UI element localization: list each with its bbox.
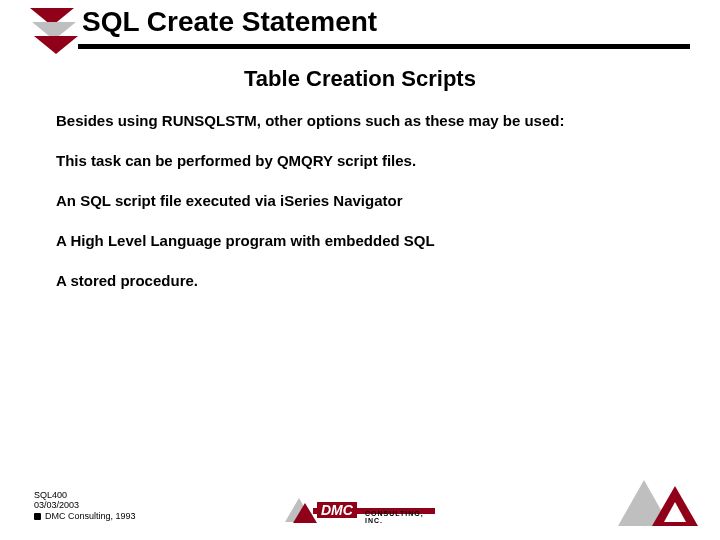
paragraph: Besides using RUNSQLSTM, other options s… bbox=[56, 112, 660, 130]
paragraph: A stored procedure. bbox=[56, 272, 660, 290]
footer-meta: SQL400 03/03/2003 DMC Consulting, 1993 bbox=[34, 490, 136, 522]
logo-text: DMC bbox=[317, 502, 357, 518]
content-body: Besides using RUNSQLSTM, other options s… bbox=[56, 112, 660, 312]
subtitle: Table Creation Scripts bbox=[0, 66, 720, 92]
footer-date: 03/03/2003 bbox=[34, 500, 136, 511]
title-underline bbox=[78, 44, 690, 49]
logo-suffix: CONSULTING, INC. bbox=[365, 510, 435, 524]
paragraph: An SQL script file executed via iSeries … bbox=[56, 192, 660, 210]
logo-triangle-icon bbox=[285, 498, 317, 524]
paragraph: A High Level Language program with embed… bbox=[56, 232, 660, 250]
copyright-icon bbox=[34, 513, 41, 520]
brand-logo: DMC CONSULTING, INC. bbox=[285, 498, 435, 524]
paragraph: This task can be performed by QMQRY scri… bbox=[56, 152, 660, 170]
corner-triangle-icon bbox=[618, 478, 702, 530]
header-triangle-icon bbox=[30, 8, 80, 54]
footer-code: SQL400 bbox=[34, 490, 136, 501]
page-title: SQL Create Statement bbox=[82, 6, 377, 38]
footer-copyright: DMC Consulting, 1993 bbox=[45, 511, 136, 522]
